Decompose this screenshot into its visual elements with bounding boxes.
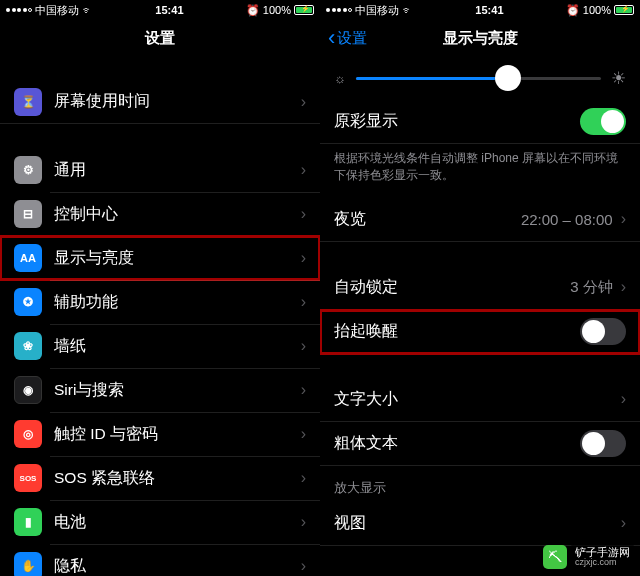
sun-dim-icon: ☼ [334,71,346,86]
shovel-icon: ⛏ [543,545,567,569]
row-text-size[interactable]: 文字大小 › [320,378,640,422]
chevron-right-icon: › [301,161,306,179]
row-view[interactable]: 视图 › [320,502,640,546]
fingerprint-icon: ◎ [14,420,42,448]
row-control-center[interactable]: ⊟ 控制中心 › [0,192,320,236]
hand-icon: ✋ [14,552,42,576]
accessibility-icon: ✪ [14,288,42,316]
clock: 15:41 [93,4,246,16]
night-shift-detail: 22:00 – 08:00 [521,211,613,228]
row-privacy[interactable]: ✋ 隐私 › [0,544,320,576]
chevron-right-icon: › [301,293,306,311]
battery-pct: 100% [263,4,291,16]
chevron-right-icon: › [301,337,306,355]
gear-icon: ⚙ [14,156,42,184]
row-bold-text[interactable]: 粗体文本 [320,422,640,466]
auto-lock-detail: 3 分钟 [570,278,613,297]
battery-pct: 100% [583,4,611,16]
siri-icon: ◉ [14,376,42,404]
row-general[interactable]: ⚙ 通用 › [0,148,320,192]
true-tone-toggle[interactable] [580,108,626,135]
back-button[interactable]: ‹ 设置 [328,27,367,49]
sun-bright-icon: ☀ [611,68,626,89]
brightness-slider[interactable]: ☼ ☀ [320,56,640,100]
signal-icon [6,8,32,12]
row-true-tone[interactable]: 原彩显示 [320,100,640,144]
alarm-icon: ⏰ [566,4,580,17]
chevron-right-icon: › [301,205,306,223]
chevron-right-icon: › [301,93,306,111]
row-sos[interactable]: SOS SOS 紧急联络 › [0,456,320,500]
row-night-shift[interactable]: 夜览 22:00 – 08:00 › [320,198,640,242]
carrier-label: 中国移动 [355,3,399,18]
navbar: 设置 [0,20,320,56]
chevron-left-icon: ‹ [328,27,335,49]
battery-icon: ⚡ [614,5,634,15]
sos-icon: SOS [14,464,42,492]
chevron-right-icon: › [621,514,626,532]
row-touchid[interactable]: ◎ 触控 ID 与密码 › [0,412,320,456]
flower-icon: ❀ [14,332,42,360]
alarm-icon: ⏰ [246,4,260,17]
aa-icon: AA [14,244,42,272]
row-display-brightness[interactable]: AA 显示与亮度 › [0,236,320,280]
settings-list: ⏳ 屏幕使用时间 › ⚙ 通用 › ⊟ 控制中心 › AA 显示与亮度 › ✪ … [0,56,320,576]
chevron-right-icon: › [621,210,626,228]
row-battery[interactable]: ▮ 电池 › [0,500,320,544]
chevron-right-icon: › [301,469,306,487]
row-wallpaper[interactable]: ❀ 墙纸 › [0,324,320,368]
chevron-right-icon: › [301,249,306,267]
watermark: ⛏ 铲子手游网 czjxjc.com [543,544,634,570]
true-tone-note: 根据环境光线条件自动调整 iPhone 屏幕以在不同环境下保持色彩显示一致。 [320,144,640,198]
phone-left: 中国移动 ᯤ 15:41 ⏰ 100% ⚡ 设置 ⏳ 屏幕使用时间 › ⚙ 通用… [0,0,320,576]
chevron-right-icon: › [301,381,306,399]
chevron-right-icon: › [301,425,306,443]
chevron-right-icon: › [301,557,306,575]
raise-to-wake-toggle[interactable] [580,318,626,345]
chevron-right-icon: › [621,278,626,296]
wifi-icon: ᯤ [82,4,93,16]
clock: 15:41 [413,4,566,16]
wifi-icon: ᯤ [402,4,413,16]
row-siri[interactable]: ◉ Siri与搜索 › [0,368,320,412]
page-title: 设置 [145,29,175,48]
hourglass-icon: ⏳ [14,88,42,116]
battery-icon: ⚡ [294,5,314,15]
row-auto-lock[interactable]: 自动锁定 3 分钟 › [320,266,640,310]
switches-icon: ⊟ [14,200,42,228]
row-accessibility[interactable]: ✪ 辅助功能 › [0,280,320,324]
signal-icon [326,8,352,12]
phone-right: 中国移动 ᯤ 15:41 ⏰ 100% ⚡ ‹ 设置 显示与亮度 ☼ ☀ 原彩显… [320,0,640,576]
back-label: 设置 [337,29,367,48]
chevron-right-icon: › [621,390,626,408]
row-screen-time[interactable]: ⏳ 屏幕使用时间 › [0,80,320,124]
watermark-url: czjxjc.com [575,558,630,568]
carrier-label: 中国移动 [35,3,79,18]
chevron-right-icon: › [301,513,306,531]
zoom-header: 放大显示 [320,466,640,502]
page-title: 显示与亮度 [443,29,518,48]
row-raise-to-wake[interactable]: 抬起唤醒 [320,310,640,354]
navbar: ‹ 设置 显示与亮度 [320,20,640,56]
status-bar: 中国移动 ᯤ 15:41 ⏰ 100% ⚡ [320,0,640,20]
battery-icon: ▮ [14,508,42,536]
status-bar: 中国移动 ᯤ 15:41 ⏰ 100% ⚡ [0,0,320,20]
bold-text-toggle[interactable] [580,430,626,457]
